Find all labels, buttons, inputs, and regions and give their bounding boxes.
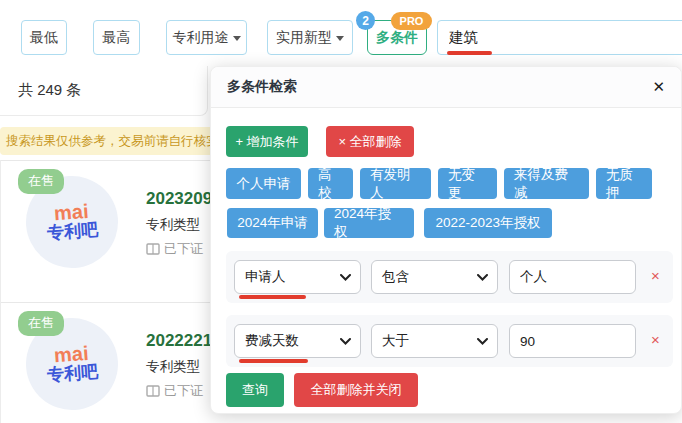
chevron-down-icon	[336, 36, 344, 45]
status-badge: 在售	[18, 169, 64, 194]
quick-tag-2024-granted[interactable]: 2024年授权	[324, 208, 414, 238]
certificate-status: 已下证	[146, 240, 203, 258]
modal-title: 多条件检索	[227, 78, 297, 96]
field-select[interactable]: 申请人	[234, 260, 361, 294]
results-count-bar: 共 249 条	[0, 66, 208, 116]
delete-all-button[interactable]: × 全部删除	[326, 126, 414, 157]
add-condition-button[interactable]: + 增加条件	[226, 126, 308, 157]
operator-select[interactable]: 大于	[371, 324, 498, 358]
results-list: 在售 mai 专利吧 2023209 专利类型 已下证 在售 mai 专利吧 2…	[0, 160, 212, 423]
operator-select-value: 包含	[382, 268, 409, 286]
results-count-text: 共 249 条	[18, 81, 81, 100]
field-spellcheck-underline	[239, 359, 308, 363]
field-select-value: 申请人	[245, 268, 286, 286]
logo-text-zhuanliba: 专利吧	[47, 362, 99, 386]
min-price-button[interactable]: 最低	[21, 20, 67, 55]
multi-condition-modal: 多条件检索 ✕ + 增加条件 × 全部删除 个人申请 高校 有发明人 无变更 来…	[210, 66, 682, 414]
patent-use-dropdown[interactable]: 专利用途	[166, 20, 247, 55]
certificate-icon	[146, 243, 160, 255]
quick-tag-fee-reduction[interactable]: 来得及费减	[504, 168, 589, 199]
quick-tag-no-pledge[interactable]: 无质押	[596, 168, 652, 199]
multi-condition-label: 多条件	[376, 29, 418, 47]
patent-number-link[interactable]: 2023209	[146, 189, 212, 209]
modal-header: 多条件检索 ✕	[211, 67, 681, 108]
certificate-text: 已下证	[164, 382, 203, 400]
field-select[interactable]: 费减天数	[234, 324, 361, 358]
operator-select-value: 大于	[382, 332, 409, 350]
chevron-down-icon	[340, 274, 351, 281]
quick-tag-has-inventor[interactable]: 有发明人	[360, 168, 431, 199]
logo-text-zhuanliba: 专利吧	[47, 220, 99, 244]
quick-tag-university[interactable]: 高校	[308, 168, 353, 199]
condition-row: 申请人 包含 ×	[226, 251, 673, 303]
max-price-button[interactable]: 最高	[93, 20, 140, 55]
quick-tag-2024-applied[interactable]: 2024年申请	[227, 208, 318, 238]
min-price-label: 最低	[30, 29, 58, 47]
patent-use-label: 专利用途	[173, 29, 229, 47]
patent-type-label: 实用新型	[276, 29, 332, 47]
certificate-icon	[146, 385, 160, 397]
patent-list-item[interactable]: 在售 mai 专利吧 2023209 专利类型 已下证	[1, 160, 212, 302]
disclaimer-text: 搜索结果仅供参考，交易前请自行核实	[6, 134, 212, 148]
patent-type-text: 专利类型	[146, 358, 200, 376]
chevron-down-icon	[477, 338, 488, 345]
quick-tag-personal-applicant[interactable]: 个人申请	[226, 168, 301, 199]
chevron-down-icon	[233, 36, 241, 45]
pro-badge: PRO	[391, 12, 432, 30]
patent-number-link[interactable]: 20222218	[146, 331, 212, 351]
certificate-status: 已下证	[146, 382, 203, 400]
max-price-label: 最高	[103, 29, 131, 47]
search-input[interactable]	[437, 20, 682, 55]
field-select-value: 费减天数	[245, 332, 299, 350]
logo-text-mai: mai	[53, 201, 89, 223]
close-icon[interactable]: ✕	[652, 78, 665, 96]
logo-text-mai: mai	[53, 343, 89, 365]
disclaimer-notice: 搜索结果仅供参考，交易前请自行核实	[0, 127, 212, 155]
operator-select[interactable]: 包含	[371, 260, 498, 294]
delete-condition-icon[interactable]: ×	[651, 332, 660, 348]
patent-type-dropdown[interactable]: 实用新型	[267, 20, 353, 55]
quick-tag-no-change[interactable]: 无变更	[438, 168, 497, 199]
condition-row: 费减天数 大于 ×	[226, 315, 673, 367]
quick-tag-2022-2023-granted[interactable]: 2022-2023年授权	[424, 208, 552, 238]
condition-value-input[interactable]	[509, 260, 636, 294]
delete-all-and-close-button[interactable]: 全部删除并关闭	[294, 373, 418, 407]
chevron-down-icon	[477, 274, 488, 281]
field-spellcheck-underline	[239, 295, 306, 299]
delete-condition-icon[interactable]: ×	[651, 268, 660, 284]
condition-value-input[interactable]	[509, 324, 636, 358]
condition-count-badge: 2	[356, 11, 375, 30]
chevron-down-icon	[340, 338, 351, 345]
query-button[interactable]: 查询	[226, 373, 284, 407]
patent-type-text: 专利类型	[146, 216, 200, 234]
patent-list-item[interactable]: 在售 mai 专利吧 20222218 专利类型 已下证	[1, 302, 212, 423]
certificate-text: 已下证	[164, 240, 203, 258]
search-spellcheck-underline	[447, 51, 492, 55]
status-badge: 在售	[18, 311, 64, 336]
